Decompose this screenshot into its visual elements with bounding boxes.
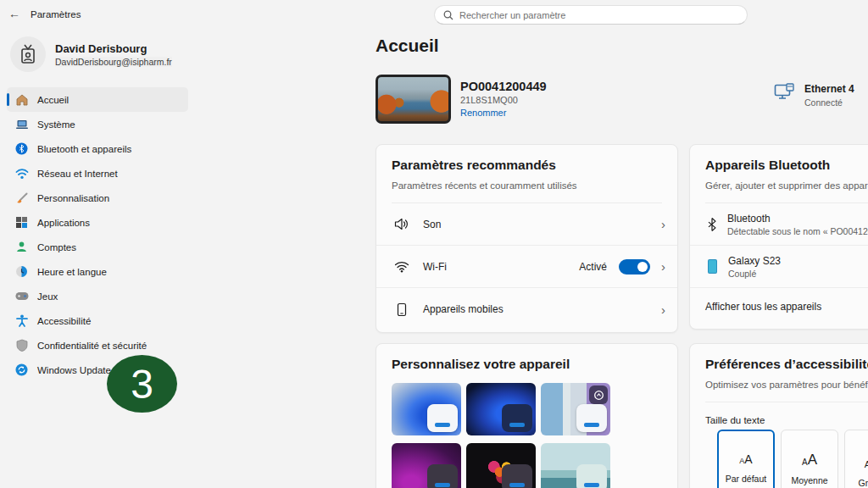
taskbar-accent-bar: [584, 423, 599, 427]
option-label: Moyenne: [791, 475, 827, 485]
divider: [705, 402, 868, 402]
apps-icon: [14, 215, 29, 230]
windows-update-icon: [14, 363, 29, 377]
sidebar-item-accessibilite[interactable]: Accessibilité: [7, 308, 188, 333]
text-size-label: Taille du texte: [705, 415, 765, 425]
search-icon: [443, 10, 453, 20]
ethernet-icon: [774, 83, 796, 103]
spotlight-icon: [593, 390, 604, 401]
sidebar-item-label: Applications: [37, 218, 90, 228]
text-size-aa-icon: AA: [802, 452, 817, 467]
option-label: Par défaut: [726, 474, 766, 484]
theme-purple-glow-dark[interactable]: [392, 443, 461, 488]
wifi-icon: [393, 261, 410, 273]
sidebar-item-personnalisation[interactable]: Personnalisation: [7, 186, 188, 210]
galaxy-s23-row[interactable]: Galaxy S23 Couplé: [690, 246, 868, 288]
wifi-toggle[interactable]: [619, 259, 650, 274]
network-status-block[interactable]: Ethernet 4 Connecté: [774, 83, 854, 108]
id-badge-icon: [19, 44, 37, 64]
sidebar-item-comptes[interactable]: Comptes: [7, 235, 188, 259]
time-language-icon: [14, 264, 29, 279]
taskbar-accent-bar: [509, 423, 525, 427]
wifi-state-label: Activé: [579, 261, 607, 273]
profile-block[interactable]: David Derisbourg DavidDerisbourg@isiphar…: [10, 36, 172, 72]
spotlight-badge: [589, 385, 608, 404]
bluetooth-glyph-icon: [707, 217, 717, 232]
sidebar-item-confidentialite-et-securite[interactable]: Confidentialité et sécurité: [7, 333, 188, 358]
row-sublabel: Couplé: [728, 269, 781, 279]
sound-icon: [393, 218, 410, 230]
sidebar-item-label: Système: [37, 119, 75, 130]
theme-grid: [392, 383, 610, 488]
settings-window: ← Paramètres David Derisbourg DavidDeris…: [0, 0, 868, 488]
device-wallpaper-image: [378, 77, 448, 121]
home-icon: [14, 92, 29, 107]
page-title: Accueil: [376, 36, 439, 56]
taskbar-preview: [427, 404, 458, 432]
taskbar-preview: [502, 404, 532, 432]
system-icon: [14, 117, 29, 131]
taskbar-preview: [576, 464, 607, 488]
row-label: Son: [423, 219, 661, 230]
device-model: 21L8S1MQ00: [460, 95, 518, 105]
card-title: Personnalisez votre appareil: [392, 357, 662, 372]
sidebar-item-applications[interactable]: Applications: [7, 210, 188, 235]
text-size-option-medium[interactable]: AA Moyenne: [781, 430, 838, 488]
theme-windows-bloom-dark[interactable]: [466, 383, 536, 435]
chevron-right-icon: ›: [661, 218, 665, 230]
rename-link[interactable]: Renommer: [460, 108, 506, 118]
sidebar-item-jeux[interactable]: Jeux: [7, 284, 188, 308]
personalization-icon: [14, 191, 29, 205]
sidebar-item-label: Jeux: [37, 291, 58, 302]
sidebar-item-accueil[interactable]: Accueil: [7, 87, 188, 112]
back-button[interactable]: ←: [8, 7, 20, 20]
taskbar-preview: [502, 464, 532, 488]
setting-row-appareils-mobiles[interactable]: Appareils mobiles ›: [376, 288, 677, 330]
sidebar-item-label: Accessibilité: [37, 316, 91, 326]
taskbar-preview: [576, 404, 607, 432]
card-title: Paramètres recommandés: [392, 158, 662, 173]
row-label: Galaxy S23: [728, 255, 781, 267]
card-title: Appareils Bluetooth: [705, 158, 868, 173]
text-size-aa-icon: AA: [865, 452, 868, 469]
annotation-number: 3: [131, 361, 153, 408]
sidebar-item-reseau-et-internet[interactable]: Réseau et Internet: [7, 161, 188, 186]
network-status: Connecté: [804, 97, 854, 108]
gaming-icon: [14, 289, 29, 303]
bluetooth-row[interactable]: Bluetooth Détectable sous le nom « PO004…: [690, 203, 868, 246]
window-title: Paramètres: [31, 9, 81, 19]
theme-windows-bloom-light[interactable]: [392, 383, 461, 435]
sidebar-item-systeme[interactable]: Système: [7, 112, 188, 136]
theme-spotlight-collage[interactable]: [541, 383, 610, 435]
text-size-option-default[interactable]: AA Par défaut: [717, 430, 775, 488]
setting-row-wifi[interactable]: Wi-Fi Activé ›: [376, 246, 677, 288]
setting-row-son[interactable]: Son ›: [376, 203, 677, 246]
show-all-devices-link[interactable]: Afficher tous les appareils: [690, 288, 868, 325]
sidebar-item-label: Comptes: [37, 242, 76, 252]
recommended-settings-card: Paramètres recommandés Paramètres récent…: [376, 144, 678, 333]
sidebar-item-bluetooth-et-appareils[interactable]: Bluetooth et appareils: [7, 136, 188, 161]
chevron-right-icon: ›: [661, 303, 665, 316]
network-icon: [14, 166, 29, 180]
taskbar-accent-bar: [435, 483, 450, 487]
toggle-knob: [637, 262, 648, 272]
theme-abstract-flower-dark[interactable]: [466, 443, 536, 488]
personalize-card: Personnalisez votre appareil: [376, 343, 678, 488]
sidebar-item-label: Personnalisation: [37, 193, 109, 203]
avatar: [10, 36, 46, 72]
accounts-icon: [14, 240, 29, 254]
search-input[interactable]: [459, 10, 738, 20]
text-size-option-large[interactable]: AA Grande: [844, 430, 868, 488]
privacy-icon: [14, 338, 29, 352]
mobile-devices-icon: [393, 302, 410, 317]
taskbar-accent-bar: [584, 483, 599, 487]
row-label: Bluetooth: [727, 213, 868, 225]
chevron-right-icon: ›: [661, 260, 665, 273]
card-title: Préférences d’accessibilité: [705, 357, 868, 372]
theme-seaside-light[interactable]: [541, 443, 610, 488]
device-name: PO0041200449: [460, 80, 547, 93]
card-subtitle: Paramètres récents et couramment utilisé…: [392, 180, 662, 191]
sidebar-item-label: Réseau et Internet: [37, 169, 118, 179]
sidebar-item-label: Windows Update: [37, 365, 111, 375]
sidebar-item-heure-et-langue[interactable]: Heure et langue: [7, 259, 188, 284]
